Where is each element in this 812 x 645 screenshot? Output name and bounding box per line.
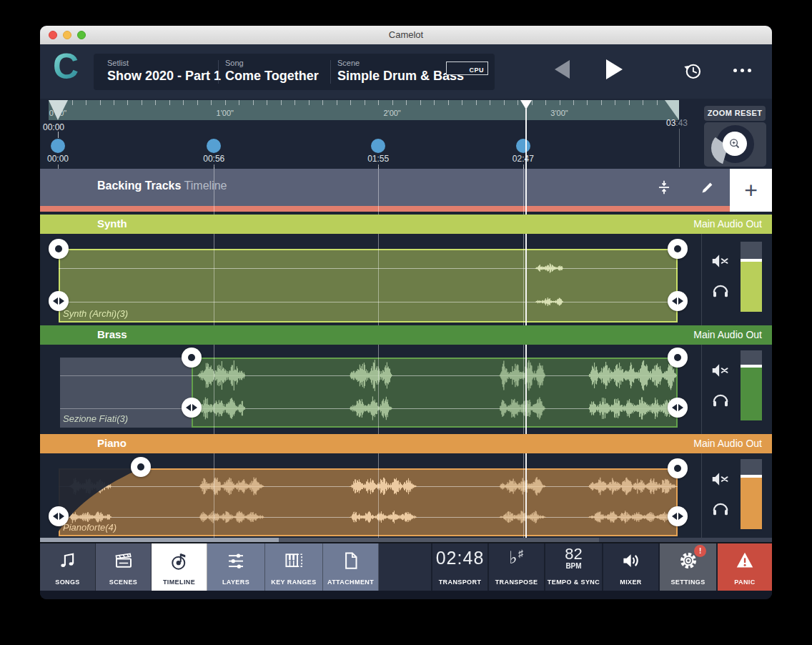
ruler-tick (392, 100, 393, 105)
more-button[interactable] (733, 69, 751, 72)
solo-listen-button[interactable] (710, 497, 731, 518)
stretch-right-arrow (59, 297, 64, 305)
marker-dot[interactable] (51, 139, 65, 153)
handle-dot (674, 245, 681, 252)
ruler-tick (420, 100, 421, 105)
tab-panic[interactable]: PANIC (716, 543, 772, 591)
show-info-box[interactable]: Setlist Show 2020 - Part 1 Song Come Tog… (94, 54, 495, 90)
timeline-start-time: 00:00 (43, 122, 64, 132)
tab-transport[interactable]: 02:48TRANSPORT (431, 543, 487, 591)
tab-key-ranges[interactable]: KEY RANGES (265, 543, 323, 591)
mute-button[interactable] (710, 250, 731, 272)
flat-glyph: ♭ (509, 548, 518, 567)
mute-button[interactable] (710, 468, 731, 490)
clip-trim-end-handle-brass[interactable] (668, 398, 688, 418)
notification-badge: ! (694, 545, 706, 557)
history-button[interactable] (682, 60, 703, 84)
camelot-logo: C (53, 46, 79, 87)
ruler-tick (434, 100, 435, 105)
add-track-button[interactable]: + (730, 169, 772, 212)
mute-button[interactable] (710, 360, 731, 381)
tab-attachment[interactable]: ATTACHMENT (323, 543, 379, 591)
setlist-section[interactable]: Setlist Show 2020 - Part 1 (107, 59, 221, 84)
clip-fade-handle-brass[interactable] (182, 348, 202, 368)
window-title: Camelot (40, 29, 772, 40)
clip-fade-out-handle-synth[interactable] (668, 239, 688, 259)
clip-fade-handle-piano[interactable] (131, 457, 151, 477)
fader-level-line[interactable] (741, 259, 762, 262)
sharp-glyph: ♯ (518, 548, 524, 559)
backing-title-light: Timeline (184, 179, 227, 192)
headphones-icon (710, 290, 731, 302)
audio-clip-piano[interactable] (59, 468, 678, 536)
clip-fade-handle-synth[interactable] (49, 239, 69, 259)
zoom-reset-button[interactable]: ZOOM RESET (704, 106, 766, 121)
solo-listen-button[interactable] (710, 388, 731, 410)
timeline-ruler-zone: 0'00"1'00"2'00"3'00" 00:00 03:43 00:0000… (40, 99, 772, 169)
handle-dot (674, 354, 681, 361)
clip-trim-start-handle-brass[interactable] (182, 398, 202, 418)
clip-fade-out-handle-piano[interactable] (668, 458, 688, 478)
track-header-synth[interactable]: SynthMain Audio Out (40, 215, 772, 234)
tab-label: TRANSPOSE (489, 578, 544, 586)
timeline-ruler[interactable]: 0'00"1'00"2'00"3'00" (49, 100, 679, 120)
ruler-tick (281, 100, 282, 105)
stretch-right-arrow (678, 404, 683, 411)
clip-trim-end-handle-piano[interactable] (668, 506, 688, 526)
audio-clip-synth[interactable] (59, 249, 678, 322)
previous-button[interactable] (555, 60, 570, 79)
audio-clip-brass[interactable] (192, 358, 678, 428)
clip-fade-out-handle-brass[interactable] (668, 348, 688, 368)
clip-trim-start-handle-piano[interactable] (49, 506, 69, 526)
marker-dot[interactable] (371, 139, 385, 153)
ruler-tick (211, 100, 212, 105)
app-window: Camelot C Setlist Show 2020 - Part 1 Son… (40, 26, 772, 599)
cpu-meter: CPU (446, 61, 488, 75)
zoom-magnifier-icon[interactable] (723, 132, 747, 156)
more-icon (741, 69, 744, 72)
marker-dot[interactable] (516, 139, 530, 153)
tab-scenes[interactable]: SCENES (96, 543, 152, 591)
backing-title-bold: Backing Tracks (97, 179, 181, 192)
controls-separator (701, 345, 702, 434)
tab-label: SCENES (96, 578, 151, 586)
tab-timeline[interactable]: TIMELINE (152, 543, 207, 591)
controls-separator (701, 234, 702, 325)
controls-separator (701, 453, 702, 538)
track-header-brass[interactable]: BrassMain Audio Out (40, 325, 772, 345)
ruler-minute-label: 3'00" (550, 109, 568, 117)
track-name: Synth (97, 217, 127, 230)
history-icon (682, 72, 703, 84)
backing-tracks-title: Backing Tracks Timeline (97, 179, 227, 192)
clip-label: Sezione Fiati(3) (63, 413, 128, 424)
fader-level-line[interactable] (741, 365, 762, 368)
tab-settings[interactable]: !SETTINGS (658, 543, 716, 591)
pencil-icon (699, 186, 716, 198)
tab-tempo-sync[interactable]: 82BPMTEMPO & SYNC (544, 543, 602, 591)
collapse-tracks-button[interactable] (655, 178, 673, 200)
clip-trim-start-handle-synth[interactable] (49, 291, 69, 311)
edit-tracks-button[interactable] (699, 179, 716, 199)
solo-listen-button[interactable] (710, 279, 731, 300)
tab-transpose[interactable]: ♭♯TRANSPOSE (487, 543, 544, 591)
tab-layers[interactable]: LAYERS (207, 543, 265, 591)
tab-mixer[interactable]: MIXER (602, 543, 658, 591)
lane-center-line (60, 408, 192, 409)
play-button[interactable] (606, 59, 623, 79)
song-section[interactable]: Song Come Together (225, 59, 319, 84)
track-output-label: Main Audio Out (693, 218, 762, 230)
fader-fill (741, 368, 762, 420)
tab-songs[interactable]: SONGS (40, 543, 96, 591)
clip-trim-end-handle-synth[interactable] (668, 291, 688, 311)
volume-fader[interactable] (741, 242, 762, 312)
track-header-piano[interactable]: PianoMain Audio Out (40, 434, 772, 453)
plus-icon: + (744, 177, 758, 204)
fader-level-line[interactable] (741, 475, 762, 478)
volume-fader[interactable] (741, 459, 762, 529)
marker-dot[interactable] (207, 139, 221, 153)
zoom-knob-panel (704, 122, 766, 167)
ruler-tick (657, 100, 658, 105)
ruler-tick (350, 100, 351, 105)
headphones-icon (710, 508, 731, 521)
volume-fader[interactable] (741, 350, 762, 420)
